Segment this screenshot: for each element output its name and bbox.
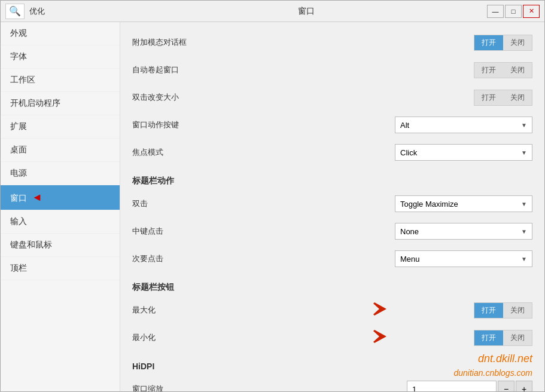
spinner-window-scale-input[interactable] — [407, 381, 497, 391]
sidebar-item-startup[interactable]: 开机启动程序 — [1, 92, 120, 115]
dropdown-middle-click-value: None — [400, 227, 419, 236]
toggle-double-click-resize: 打开 关闭 — [474, 90, 532, 106]
section-titlebar-buttons: 标题栏按钮 — [132, 275, 532, 297]
chevron-down-icon-2: ▼ — [521, 149, 527, 156]
app-name: 优化 — [29, 6, 125, 17]
toggle-modal-dialog: 打开 关闭 — [474, 35, 532, 51]
label-window-action-key: 窗口动作按键 — [132, 120, 372, 130]
row-window-scale: 窗口缩放 − + — [132, 378, 532, 391]
row-window-action-key: 窗口动作按键 Alt ▼ — [132, 114, 532, 136]
control-double-click-resize: 打开 关闭 — [474, 90, 532, 106]
toggle-double-click-resize-off[interactable]: 关闭 — [503, 90, 532, 105]
row-modal-dialog: 附加模态对话框 打开 关闭 — [132, 32, 532, 53]
svg-marker-1 — [363, 330, 386, 343]
toggle-double-click-resize-on[interactable]: 打开 — [474, 90, 503, 105]
control-minimize: 打开 关闭 — [474, 330, 532, 346]
label-double-click-resize: 双击改变大小 — [132, 92, 372, 103]
chevron-down-icon-3: ▼ — [521, 201, 527, 207]
dropdown-double-click-action[interactable]: Toggle Maximize ▼ — [395, 195, 532, 212]
section-titlebar-action-label: 标题栏动作 — [132, 176, 372, 186]
sidebar-item-keyboard[interactable]: 键盘和鼠标 — [1, 234, 120, 257]
toggle-auto-roll-off[interactable]: 关闭 — [503, 63, 532, 78]
sidebar-item-topbar[interactable]: 顶栏 — [1, 257, 120, 280]
row-secondary-click: 次要点击 Menu ▼ — [132, 248, 532, 270]
window-controls: — □ ✕ — [487, 5, 540, 18]
toggle-auto-roll-on[interactable]: 打开 — [474, 63, 503, 78]
toggle-maximize-on[interactable]: 打开 — [474, 303, 503, 318]
dropdown-focus-mode[interactable]: Click ▼ — [395, 144, 532, 161]
control-middle-click: None ▼ — [395, 223, 532, 240]
sidebar-item-input[interactable]: 输入 — [1, 210, 120, 234]
row-maximize: 最大化 打开 关闭 — [132, 299, 532, 321]
dropdown-window-action-key-value: Alt — [400, 121, 409, 130]
content-area: 外观 字体 工作区 开机启动程序 扩展 桌面 电源 窗口 ◄ 输入 键盘和鼠标 … — [1, 22, 544, 391]
sidebar-item-extensions[interactable]: 扩展 — [1, 115, 120, 139]
control-modal-dialog: 打开 关闭 — [474, 35, 532, 51]
control-maximize: 打开 关闭 — [474, 302, 532, 318]
toggle-maximize: 打开 关闭 — [474, 302, 532, 318]
label-double-click-action: 双击 — [132, 198, 372, 209]
toggle-modal-dialog-off[interactable]: 关闭 — [503, 35, 532, 50]
row-double-click-resize: 双击改变大小 打开 关闭 — [132, 87, 532, 108]
svg-marker-0 — [363, 302, 386, 316]
main-panel: 附加模态对话框 打开 关闭 自动卷起窗口 打开 关闭 — [120, 22, 544, 391]
dropdown-window-action-key[interactable]: Alt ▼ — [395, 117, 532, 133]
control-auto-roll: 打开 关闭 — [474, 62, 532, 78]
dropdown-double-click-action-value: Toggle Maximize — [400, 200, 458, 209]
titlebar: 🔍 优化 窗口 — □ ✕ — [1, 1, 544, 22]
red-arrow-minimize — [363, 330, 386, 343]
label-secondary-click: 次要点击 — [132, 253, 372, 264]
toggle-modal-dialog-on[interactable]: 打开 — [474, 35, 503, 50]
label-middle-click: 中键点击 — [132, 226, 372, 237]
spinner-window-scale-decrement[interactable]: − — [498, 381, 514, 391]
section-titlebar-buttons-label: 标题栏按钮 — [132, 282, 372, 293]
row-auto-roll: 自动卷起窗口 打开 关闭 — [132, 59, 532, 81]
section-hidpi-label: HiDPI — [132, 362, 372, 371]
control-window-action-key: Alt ▼ — [395, 117, 532, 133]
red-arrow-maximize — [363, 302, 386, 316]
watermark: dnt.dkill.net dunitian.cnblogs.com — [453, 351, 532, 379]
search-icon: 🔍 — [9, 5, 21, 17]
label-focus-mode: 焦点模式 — [132, 147, 372, 158]
minimize-button[interactable]: — — [487, 5, 504, 18]
dropdown-secondary-click-value: Menu — [400, 255, 420, 264]
label-maximize: 最大化 — [132, 305, 372, 316]
label-minimize: 最小化 — [132, 332, 372, 343]
chevron-down-icon-4: ▼ — [521, 228, 527, 235]
search-button[interactable]: 🔍 — [5, 4, 25, 19]
sidebar-item-font[interactable]: 字体 — [1, 45, 120, 69]
chevron-down-icon-5: ▼ — [521, 256, 527, 262]
main-window: 🔍 优化 窗口 — □ ✕ 外观 字体 工作区 开机启动程序 扩展 桌面 电源 … — [0, 0, 545, 392]
label-modal-dialog: 附加模态对话框 — [132, 37, 372, 48]
sidebar: 外观 字体 工作区 开机启动程序 扩展 桌面 电源 窗口 ◄ 输入 键盘和鼠标 … — [1, 22, 120, 391]
sidebar-item-window[interactable]: 窗口 ◄ — [1, 185, 120, 210]
sidebar-item-desktop[interactable]: 桌面 — [1, 139, 120, 162]
section-titlebar-action: 标题栏动作 — [132, 169, 532, 191]
watermark-line2: dunitian.cnblogs.com — [453, 367, 532, 379]
dropdown-middle-click[interactable]: None ▼ — [395, 223, 532, 240]
chevron-down-icon: ▼ — [521, 122, 527, 128]
toggle-minimize-on[interactable]: 打开 — [474, 330, 503, 345]
dropdown-focus-mode-value: Click — [400, 148, 417, 157]
sidebar-item-workspace[interactable]: 工作区 — [1, 69, 120, 92]
spinner-window-scale: − + — [407, 381, 532, 391]
control-window-scale: − + — [407, 381, 532, 391]
control-double-click-action: Toggle Maximize ▼ — [395, 195, 532, 212]
sidebar-item-power[interactable]: 电源 — [1, 162, 120, 185]
page-title: 窗口 — [125, 6, 487, 17]
control-secondary-click: Menu ▼ — [395, 250, 532, 267]
toggle-auto-roll: 打开 关闭 — [474, 62, 532, 78]
close-button[interactable]: ✕ — [523, 5, 540, 18]
row-double-click-action: 双击 Toggle Maximize ▼ — [132, 193, 532, 215]
dropdown-secondary-click[interactable]: Menu ▼ — [395, 250, 532, 267]
row-minimize: 最小化 打开 关闭 — [132, 327, 532, 348]
maximize-button[interactable]: □ — [505, 5, 522, 18]
toggle-minimize-off[interactable]: 关闭 — [503, 330, 532, 345]
label-window-scale: 窗口缩放 — [132, 384, 372, 391]
spinner-window-scale-increment[interactable]: + — [516, 381, 532, 391]
row-focus-mode: 焦点模式 Click ▼ — [132, 142, 532, 163]
toggle-maximize-off[interactable]: 关闭 — [503, 303, 532, 318]
toggle-minimize: 打开 关闭 — [474, 330, 532, 346]
watermark-line1: dnt.dkill.net — [453, 351, 532, 367]
sidebar-item-appearance[interactable]: 外观 — [1, 22, 120, 45]
